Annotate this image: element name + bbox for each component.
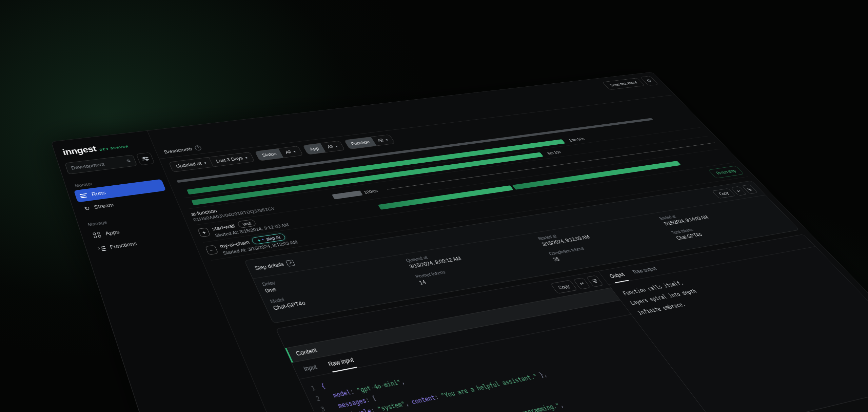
apps-grid-icon [93, 232, 102, 238]
copy-button[interactable]: Copy [712, 188, 735, 199]
wait-duration-bar[interactable] [332, 190, 362, 199]
sidebar-section-manage: Manage Apps Functions [84, 208, 188, 256]
app-filter[interactable]: App All ▾ [302, 141, 345, 155]
external-link-icon[interactable]: ↗ [285, 260, 295, 267]
runs-list-icon [79, 192, 88, 199]
gear-icon: ⚙ [645, 78, 654, 83]
sidebar-item-label: Stream [93, 202, 115, 210]
status-filter-value[interactable]: All ▾ [278, 146, 302, 158]
function-filter[interactable]: Function All ▾ [344, 135, 395, 149]
sidebar-section-monitor: Monitor Runs ↻ Stream [71, 171, 171, 215]
tab-input[interactable]: Input [302, 364, 320, 377]
updown-chevron-icon: ⇅ [126, 159, 131, 163]
sliders-icon [141, 156, 150, 162]
word-wrap-icon: ↩ [735, 188, 743, 193]
run-duration-label: 13m 50s [568, 137, 585, 142]
expand-step-button[interactable]: + [197, 227, 211, 237]
connection-settings-button[interactable] [136, 152, 155, 165]
chevron-down-icon: ▾ [203, 161, 207, 165]
wait-badge: wait [237, 219, 257, 228]
wait-duration-label: 100ms [363, 188, 379, 194]
step-details-toolbar: Copy ↩ [711, 184, 758, 199]
app-value: All [326, 144, 334, 149]
help-icon[interactable]: ? [194, 145, 202, 150]
word-wrap-icon: ↩ [578, 281, 586, 287]
dev-server-label: DEV SERVER [99, 145, 129, 151]
chevron-down-icon: ▾ [244, 156, 248, 159]
date-range-dropdown[interactable]: Last 3 Days ▾ [209, 152, 255, 166]
main-panel: Send test event ⚙ Breadcrumb ? Updated a… [147, 72, 868, 412]
breadcrumb: Breadcrumb [163, 146, 193, 154]
status-filter[interactable]: Status All ▾ [255, 146, 303, 161]
collapse-step-button[interactable]: − [205, 245, 219, 255]
app-window: inngest DEV SERVER Development ⇅ Monitor… [51, 72, 868, 412]
stream-refresh-icon: ↻ [83, 205, 91, 211]
chain-duration-label: 6m 10s [546, 150, 562, 155]
align-lines-icon [746, 187, 754, 192]
functions-list-icon [97, 245, 106, 252]
date-range-value: Last 3 Days [215, 156, 244, 164]
rerun-step-button[interactable]: Rerun step [708, 165, 744, 178]
status-value: All [284, 150, 292, 155]
chevron-down-icon: ▾ [334, 144, 338, 148]
sidebar-item-label: Functions [109, 240, 138, 250]
sidebar-item-label: Runs [91, 190, 106, 197]
sparkle-icon: ✦ [261, 238, 265, 241]
step-ai-badge-label: step.AI [265, 235, 281, 242]
sidebar-item-label: Apps [104, 229, 120, 236]
chevron-down-icon: ▾ [293, 149, 296, 153]
function-value: All [377, 138, 384, 143]
step-details-title-text: Step details [254, 261, 285, 271]
function-filter-label: Function [344, 137, 376, 149]
inngest-logo: inngest [61, 144, 98, 157]
align-lines-icon [591, 278, 599, 284]
chevron-down-icon: ▾ [384, 138, 389, 142]
send-test-event-button[interactable]: Send test event [602, 78, 645, 90]
updated-at-label: Updated at [175, 161, 202, 169]
step-details-title[interactable]: Step details ↗ [254, 260, 295, 272]
copy-button[interactable]: Copy [550, 280, 577, 294]
environment-value: Development [70, 161, 105, 170]
updated-at-dropdown[interactable]: Updated at ▾ [169, 158, 213, 172]
